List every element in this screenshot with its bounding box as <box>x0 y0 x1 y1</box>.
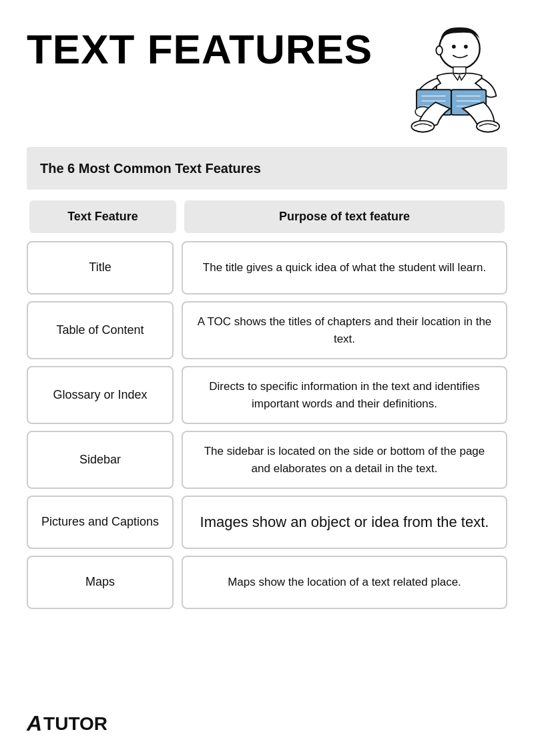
footer: A TUTOR <box>27 711 107 736</box>
table-row: SidebarThe sidebar is located on the sid… <box>27 431 507 489</box>
subtitle-banner: The 6 Most Common Text Features <box>27 147 507 190</box>
reading-boy-illustration <box>374 20 507 140</box>
cell-purpose-3: The sidebar is located on the side or bo… <box>182 431 507 489</box>
table-row: Pictures and CaptionsImages show an obje… <box>27 496 507 549</box>
svg-point-2 <box>464 45 468 49</box>
table-row: TitleThe title gives a quick idea of wha… <box>27 241 507 295</box>
col-feature-header: Text Feature <box>29 200 176 233</box>
svg-point-3 <box>436 46 442 55</box>
table-row: MapsMaps show the location of a text rel… <box>27 556 507 609</box>
table-row: Glossary or IndexDirects to specific inf… <box>27 366 507 424</box>
header-section: TEXT FEATURES <box>27 20 507 140</box>
cell-feature-3: Sidebar <box>27 431 174 489</box>
cell-purpose-2: Directs to specific information in the t… <box>182 366 507 424</box>
page-title: TEXT FEATURES <box>27 27 372 72</box>
page: TEXT FEATURES <box>0 0 534 756</box>
logo-text: TUTOR <box>43 713 107 735</box>
cell-purpose-5: Maps show the location of a text related… <box>182 556 507 609</box>
cell-purpose-1: A TOC shows the titles of chapters and t… <box>182 301 507 359</box>
cell-feature-4: Pictures and Captions <box>27 496 174 549</box>
table-rows: TitleThe title gives a quick idea of wha… <box>27 241 507 609</box>
cell-feature-1: Table of Content <box>27 301 174 359</box>
svg-point-1 <box>452 45 456 49</box>
cell-purpose-4: Images show an object or idea from the t… <box>182 496 507 549</box>
cell-feature-0: Title <box>27 241 174 295</box>
cell-feature-5: Maps <box>27 556 174 609</box>
logo-a-icon: A <box>27 711 42 736</box>
cell-feature-2: Glossary or Index <box>27 366 174 424</box>
table-row: Table of ContentA TOC shows the titles o… <box>27 301 507 359</box>
table-header: Text Feature Purpose of text feature <box>27 200 507 233</box>
cell-purpose-0: The title gives a quick idea of what the… <box>182 241 507 295</box>
col-purpose-header: Purpose of text feature <box>184 200 505 233</box>
